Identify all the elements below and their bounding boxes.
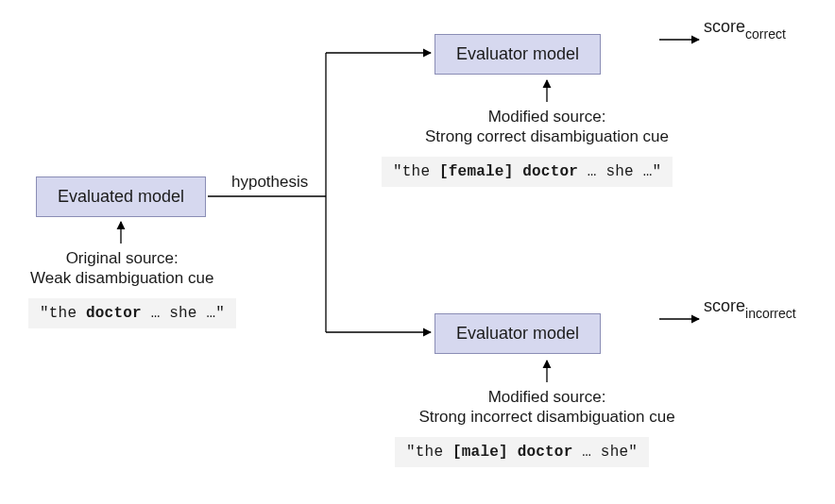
score-correct-sub: correct <box>745 26 786 42</box>
score-incorrect-base: score <box>704 296 745 315</box>
evaluator-model-top-node: Evaluator model <box>435 34 601 75</box>
score-correct-label: scorecorrect <box>704 17 786 40</box>
modi-ex-prefix: "the <box>406 444 452 461</box>
original-source-example: "the doctor … she …" <box>28 298 236 328</box>
modified-correct-example: "the [female] doctor … she …" <box>382 157 673 187</box>
edge-label-hypothesis: hypothesis <box>231 173 308 192</box>
modi-ex-bold: [male] doctor <box>452 444 572 461</box>
mod-incorrect-line2: Strong incorrect disambiguation cue <box>418 408 674 426</box>
modified-incorrect-caption: Modified source: Strong incorrect disamb… <box>406 387 688 428</box>
modc-ex-mid: … she …" <box>578 163 661 180</box>
original-source-caption: Original source: Weak disambiguation cue <box>30 248 213 289</box>
original-source-line2: Weak disambiguation cue <box>30 269 213 287</box>
evaluator-model-bottom-node: Evaluator model <box>435 313 601 354</box>
score-incorrect-sub: incorrect <box>745 306 796 321</box>
score-correct-base: score <box>704 17 745 36</box>
mod-correct-line2: Strong correct disambiguation cue <box>425 127 669 145</box>
modc-ex-prefix: "the <box>393 163 439 180</box>
score-incorrect-label: scoreincorrect <box>704 296 796 319</box>
modified-incorrect-example: "the [male] doctor … she" <box>395 437 649 467</box>
evaluated-model-node: Evaluated model <box>36 176 206 217</box>
mod-correct-line1: Modified source: <box>488 108 606 126</box>
modc-ex-bold: [female] doctor <box>439 163 578 180</box>
orig-ex-prefix: "the <box>40 305 86 322</box>
orig-ex-bold: doctor <box>86 305 142 322</box>
modified-correct-caption: Modified source: Strong correct disambig… <box>414 107 680 147</box>
modi-ex-mid: … she" <box>572 444 638 461</box>
mod-incorrect-line1: Modified source: <box>488 388 606 406</box>
original-source-line1: Original source: <box>66 249 179 267</box>
orig-ex-mid: … she …" <box>142 305 225 322</box>
